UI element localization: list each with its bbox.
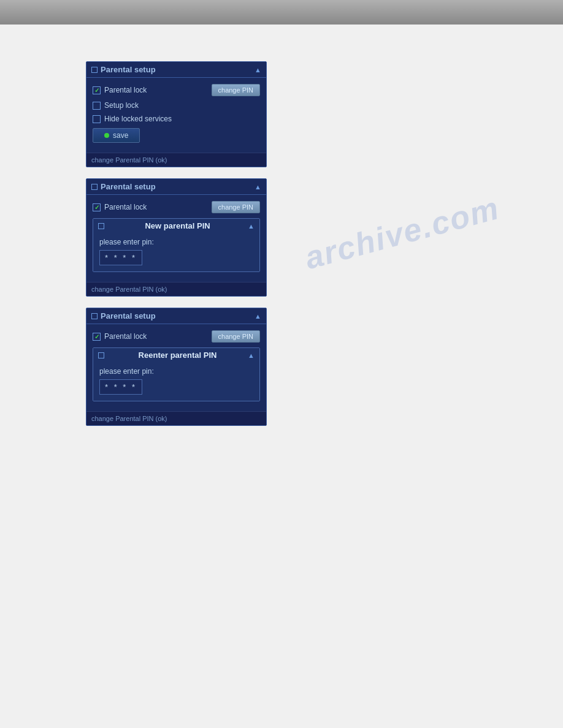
reenter-parental-pin-subpanel: Reenter parental PIN ▲ please enter pin:… (93, 347, 260, 401)
panel-parental-setup-3: Parental setup ▲ Parental lock change PI… (86, 308, 267, 426)
panel-1-status-text: change Parental PIN (ok) (91, 156, 167, 164)
panel-2-corner: ▲ (255, 183, 261, 191)
save-button-1[interactable]: save (93, 128, 140, 143)
hide-locked-checkbox-1[interactable] (93, 115, 101, 123)
panel-1-title-bar: Parental setup ▲ (86, 62, 266, 78)
pin-input-2[interactable]: * * * * (99, 250, 142, 265)
panel-3-status-text: change Parental PIN (ok) (91, 415, 167, 422)
setup-lock-checkbox-1[interactable] (93, 102, 101, 110)
sub-panel-2-corner: ▲ (248, 222, 255, 230)
panel-1-title-text: Parental setup (101, 65, 255, 74)
parental-lock-label-1: Parental lock (104, 86, 147, 94)
save-label-1: save (113, 131, 128, 140)
parental-lock-checkbox-2[interactable] (93, 203, 101, 211)
panel-1-corner: ▲ (255, 66, 261, 74)
panel-3-corner: ▲ (255, 313, 261, 320)
panel-2-status-bar: change Parental PIN (ok) (86, 282, 266, 296)
pin-input-3[interactable]: * * * * (99, 379, 142, 395)
change-pin-button-2[interactable]: change PIN (212, 201, 260, 213)
panel-3-title-bar: Parental setup ▲ (86, 308, 266, 324)
top-bar (0, 0, 563, 25)
please-enter-label-2: please enter pin: (99, 238, 253, 246)
panel-2-status-text: change Parental PIN (ok) (91, 286, 167, 293)
parental-lock-label-2: Parental lock (104, 203, 147, 211)
change-pin-button-3[interactable]: change PIN (212, 330, 260, 343)
change-pin-button-1[interactable]: change PIN (212, 84, 260, 96)
panel-1-status-bar: change Parental PIN (ok) (86, 153, 266, 167)
panel-2-title-bar: Parental setup ▲ (86, 179, 266, 195)
sub-panel-2-title-bar: New parental PIN ▲ (93, 219, 259, 233)
setup-lock-label-1: Setup lock (104, 101, 139, 110)
panel-3-title-text: Parental setup (101, 311, 255, 320)
panel-2-title-text: Parental setup (101, 182, 255, 191)
parental-lock-label-3: Parental lock (104, 332, 147, 341)
sub-panel-3-title-text: Reenter parental PIN (139, 351, 217, 360)
sub-panel-2-title-text: New parental PIN (145, 221, 210, 230)
sub-panel-3-title-bar: Reenter parental PIN ▲ (93, 348, 259, 362)
parental-lock-checkbox-3[interactable] (93, 333, 101, 341)
panel-parental-setup-2: Parental setup ▲ Parental lock change PI… (86, 178, 267, 297)
parental-lock-checkbox-1[interactable] (93, 86, 101, 94)
please-enter-label-3: please enter pin: (99, 367, 253, 376)
new-parental-pin-subpanel: New parental PIN ▲ please enter pin: * *… (93, 218, 260, 272)
hide-locked-label-1: Hide locked services (104, 115, 172, 123)
save-dot-1 (104, 133, 109, 138)
panel-parental-setup-1: Parental setup ▲ Parental lock change PI… (86, 61, 267, 167)
sub-panel-3-corner: ▲ (248, 352, 255, 359)
panel-3-status-bar: change Parental PIN (ok) (86, 411, 266, 425)
